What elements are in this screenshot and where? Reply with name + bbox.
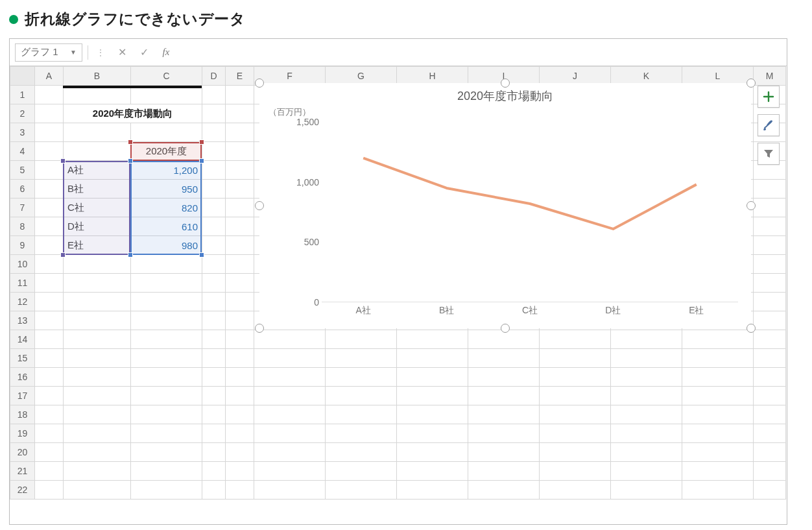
cell-F15[interactable] <box>254 349 326 368</box>
cell-K14[interactable] <box>611 330 682 349</box>
cell-A21[interactable] <box>35 462 64 481</box>
cell-L18[interactable] <box>682 405 754 424</box>
cell-D15[interactable] <box>202 349 226 368</box>
cell-E18[interactable] <box>226 405 254 424</box>
cell-M11[interactable] <box>754 274 786 293</box>
cell-M21[interactable] <box>754 462 786 481</box>
cell-C16[interactable] <box>131 368 202 387</box>
cell-H22[interactable] <box>397 481 468 500</box>
cell-B12[interactable] <box>64 293 131 311</box>
cell-M15[interactable] <box>754 349 786 368</box>
cell-C20[interactable] <box>131 443 202 462</box>
cell-K16[interactable] <box>611 368 682 387</box>
cell-I16[interactable] <box>468 368 540 387</box>
cell-J16[interactable] <box>540 368 611 387</box>
cell-I21[interactable] <box>468 462 540 481</box>
cell-I15[interactable] <box>468 349 540 368</box>
cell-C12[interactable] <box>131 293 202 311</box>
row-header-19[interactable]: 19 <box>10 424 35 443</box>
cell-L17[interactable] <box>682 387 754 405</box>
cell-G19[interactable] <box>326 424 397 443</box>
chart-resize-handle[interactable] <box>255 201 264 210</box>
cell-B6[interactable]: B社 <box>64 180 131 199</box>
cell-C19[interactable] <box>131 424 202 443</box>
cell-C15[interactable] <box>131 349 202 368</box>
cell-E12[interactable] <box>226 293 254 311</box>
cell-B18[interactable] <box>64 405 131 424</box>
cell-A9[interactable] <box>35 236 64 255</box>
cell-M19[interactable] <box>754 424 786 443</box>
cell-J21[interactable] <box>540 462 611 481</box>
cell-F20[interactable] <box>254 443 326 462</box>
row-header-17[interactable]: 17 <box>10 387 35 405</box>
cell-F17[interactable] <box>254 387 326 405</box>
cell-C22[interactable] <box>131 481 202 500</box>
row-header-7[interactable]: 7 <box>10 199 35 217</box>
chart-elements-button[interactable] <box>758 86 780 108</box>
cell-E4[interactable] <box>226 142 254 161</box>
cell-K15[interactable] <box>611 349 682 368</box>
cell-B16[interactable] <box>64 368 131 387</box>
chart-resize-handle[interactable] <box>501 78 510 88</box>
insert-function-button[interactable]: fx <box>157 44 175 61</box>
cell-C11[interactable] <box>131 274 202 293</box>
cell-E7[interactable] <box>226 199 254 217</box>
cell-A4[interactable] <box>35 142 64 161</box>
cell-M12[interactable] <box>754 293 786 311</box>
cell-J19[interactable] <box>540 424 611 443</box>
cell-L19[interactable] <box>682 424 754 443</box>
cell-J20[interactable] <box>540 443 611 462</box>
cell-H15[interactable] <box>397 349 468 368</box>
col-header-C[interactable]: C <box>131 67 202 86</box>
cell-E9[interactable] <box>226 236 254 255</box>
cell-F22[interactable] <box>254 481 326 500</box>
cell-I18[interactable] <box>468 405 540 424</box>
cell-D5[interactable] <box>202 161 226 180</box>
cell-B20[interactable] <box>64 443 131 462</box>
cell-L21[interactable] <box>682 462 754 481</box>
col-header-M[interactable]: M <box>754 67 786 86</box>
cell-M13[interactable] <box>754 311 786 330</box>
cell-H14[interactable] <box>397 330 468 349</box>
cell-A12[interactable] <box>35 293 64 311</box>
cell-M20[interactable] <box>754 443 786 462</box>
cell-J14[interactable] <box>540 330 611 349</box>
chart-resize-handle[interactable] <box>501 324 510 333</box>
cell-E10[interactable] <box>226 255 254 274</box>
cell-L14[interactable] <box>682 330 754 349</box>
cell-E16[interactable] <box>226 368 254 387</box>
cell-D8[interactable] <box>202 217 226 236</box>
confirm-formula-button[interactable]: ✓ <box>135 44 153 61</box>
cell-A16[interactable] <box>35 368 64 387</box>
cell-E3[interactable] <box>226 123 254 142</box>
cell-E11[interactable] <box>226 274 254 293</box>
name-box[interactable]: グラフ 1 ▼ <box>15 43 82 62</box>
cell-B22[interactable] <box>64 481 131 500</box>
cell-G22[interactable] <box>326 481 397 500</box>
cell-D4[interactable] <box>202 142 226 161</box>
cell-M18[interactable] <box>754 405 786 424</box>
cell-A17[interactable] <box>35 387 64 405</box>
cell-E20[interactable] <box>226 443 254 462</box>
cell-C1[interactable] <box>131 86 202 104</box>
cell-F19[interactable] <box>254 424 326 443</box>
cell-B10[interactable] <box>64 255 131 274</box>
cell-I19[interactable] <box>468 424 540 443</box>
cell-A2[interactable] <box>35 104 64 123</box>
cell-C6[interactable]: 950 <box>131 180 202 199</box>
cell-G15[interactable] <box>326 349 397 368</box>
cell-D12[interactable] <box>202 293 226 311</box>
cancel-formula-button[interactable]: ✕ <box>113 44 131 61</box>
row-header-9[interactable]: 9 <box>10 236 35 255</box>
cell-D20[interactable] <box>202 443 226 462</box>
cell-C9[interactable]: 980 <box>131 236 202 255</box>
cell-B14[interactable] <box>64 330 131 349</box>
cell-E2[interactable] <box>226 104 254 123</box>
cell-D6[interactable] <box>202 180 226 199</box>
chart-styles-button[interactable] <box>758 114 780 136</box>
cell-D13[interactable] <box>202 311 226 330</box>
cell-A6[interactable] <box>35 180 64 199</box>
cell-J18[interactable] <box>540 405 611 424</box>
cell-E6[interactable] <box>226 180 254 199</box>
formula-input[interactable] <box>179 44 782 61</box>
